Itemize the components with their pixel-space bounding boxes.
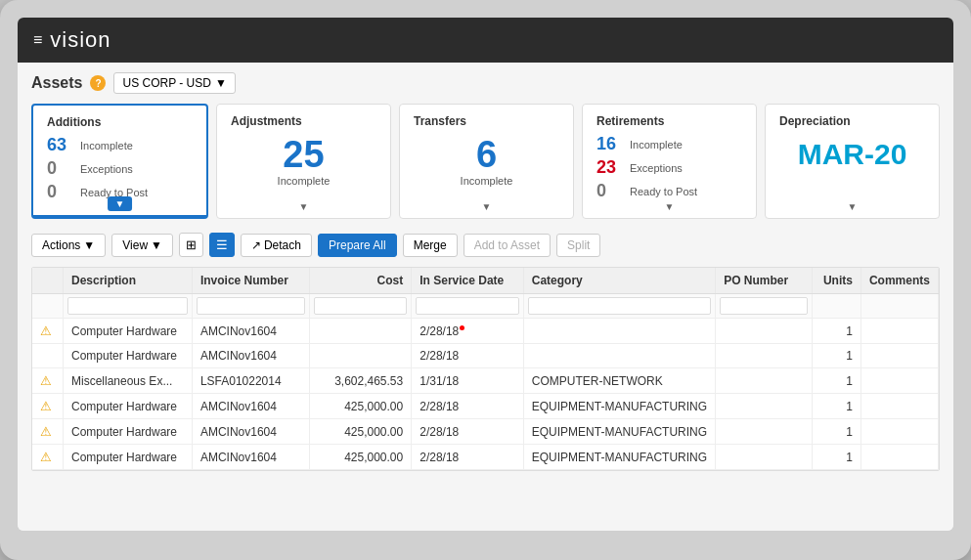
screen: ≡ vision Assets ? US CORP - USD ▼ Additi… <box>18 18 953 531</box>
info-icon[interactable]: ? <box>90 75 106 91</box>
transfers-label: Incomplete <box>414 175 559 187</box>
row-units: 1 <box>812 344 861 368</box>
card-retirements-row-1: 16 Incomplete <box>596 134 742 154</box>
merge-button[interactable]: Merge <box>403 234 458 257</box>
card-retirements-arrow[interactable]: ▼ <box>665 201 675 212</box>
main-content: Assets ? US CORP - USD ▼ Additions 63 In… <box>18 63 953 531</box>
detach-button[interactable]: ↗ Detach <box>241 234 312 257</box>
table-row[interactable]: ⚠Computer HardwareAMCINov1604425,000.002… <box>32 445 939 470</box>
row-invoice: AMCINov1604 <box>192 445 309 470</box>
prepare-all-button[interactable]: Prepare All <box>318 234 397 257</box>
row-comments <box>861 394 938 419</box>
card-retirements-row-3: 0 Ready to Post <box>596 181 742 201</box>
row-cost: 425,000.00 <box>309 394 411 419</box>
filter-category[interactable] <box>528 297 711 315</box>
table-row[interactable]: ⚠Miscellaneous Ex...LSFA010220143,602,46… <box>32 368 939 394</box>
card-transfers[interactable]: Transfers 6 Incomplete ▼ <box>399 104 574 219</box>
org-label: US CORP - USD <box>122 76 210 90</box>
row-units: 1 <box>812 394 861 419</box>
row-service-date: 2/28/18 <box>412 394 524 419</box>
row-invoice: AMCINov1604 <box>192 319 309 344</box>
split-button[interactable]: Split <box>556 234 600 257</box>
col-header-comments[interactable]: Comments <box>861 268 938 294</box>
card-depreciation[interactable]: Depreciation MAR-20 ▼ <box>765 104 940 219</box>
actions-button[interactable]: Actions ▼ <box>31 234 106 257</box>
row-warning-cell: ⚠ <box>32 368 64 394</box>
filter-invoice[interactable] <box>197 297 305 315</box>
topbar: ≡ vision <box>18 18 953 63</box>
row-warning-cell: ⚠ <box>32 319 64 344</box>
retirements-exceptions-num: 23 <box>596 157 624 178</box>
row-service-date: 2/28/18 <box>412 419 524 445</box>
col-header-invoice[interactable]: Invoice Number <box>192 268 309 294</box>
prepare-all-label: Prepare All <box>329 238 386 252</box>
col-header-cost[interactable]: Cost <box>309 268 411 294</box>
active-view-icon-button[interactable]: ☰ <box>209 233 235 257</box>
retirements-incomplete-num: 16 <box>596 134 624 154</box>
card-adjustments-arrow[interactable]: ▼ <box>299 201 309 212</box>
table-row[interactable]: ⚠Computer HardwareAMCINov1604425,000.002… <box>32 419 939 445</box>
card-transfers-arrow[interactable]: ▼ <box>482 201 492 212</box>
filter-po[interactable] <box>720 297 808 315</box>
card-retirements-title: Retirements <box>596 114 742 128</box>
warning-icon: ⚠ <box>40 450 52 464</box>
add-to-asset-button[interactable]: Add to Asset <box>463 234 551 257</box>
col-header-units[interactable]: Units <box>812 268 861 294</box>
row-category: EQUIPMENT-MANUFACTURING <box>523 394 715 419</box>
warning-icon: ⚠ <box>40 424 52 439</box>
card-adjustments[interactable]: Adjustments 25 Incomplete ▼ <box>216 104 391 219</box>
col-header-flag <box>32 268 64 294</box>
row-cost: 425,000.00 <box>309 445 411 470</box>
row-invoice: AMCINov1604 <box>192 344 309 368</box>
additions-exceptions-label: Exceptions <box>80 163 133 175</box>
additions-incomplete-label: Incomplete <box>80 140 133 151</box>
actions-arrow-icon: ▼ <box>83 238 95 252</box>
card-depreciation-arrow[interactable]: ▼ <box>848 201 858 212</box>
split-label: Split <box>567 238 590 252</box>
actions-label: Actions <box>42 238 80 252</box>
retirements-ready-label: Ready to Post <box>630 186 697 197</box>
filter-description[interactable] <box>67 297 188 315</box>
row-service-date: 2/28/18 <box>412 445 524 470</box>
col-header-description[interactable]: Description <box>64 268 193 294</box>
row-po <box>716 368 813 394</box>
col-header-category[interactable]: Category <box>523 268 715 294</box>
row-service-date: 1/31/18 <box>412 368 524 394</box>
filter-date[interactable] <box>416 297 519 315</box>
org-selector[interactable]: US CORP - USD ▼ <box>113 72 235 94</box>
row-service-date: 2/28/18 <box>412 344 524 368</box>
additions-ready-num: 0 <box>47 182 74 202</box>
org-arrow-icon: ▼ <box>215 76 227 90</box>
table-row[interactable]: ⚠Computer HardwareAMCINov1604425,000.002… <box>32 394 939 419</box>
row-po <box>716 419 813 445</box>
view-button[interactable]: View ▼ <box>111 234 173 257</box>
card-retirements[interactable]: Retirements 16 Incomplete 23 Exceptions … <box>582 104 757 219</box>
table-row[interactable]: Computer HardwareAMCINov16042/28/181 <box>32 344 939 368</box>
cards-row: Additions 63 Incomplete 0 Exceptions 0 R… <box>31 104 940 219</box>
row-category: EQUIPMENT-MANUFACTURING <box>523 419 715 445</box>
detach-icon: ↗ <box>251 238 261 252</box>
row-category: EQUIPMENT-MANUFACTURING <box>523 445 715 470</box>
hamburger-icon[interactable]: ≡ <box>33 31 42 49</box>
row-description: Computer Hardware <box>64 344 193 368</box>
row-category: COMPUTER-NETWORK <box>523 368 715 394</box>
row-comments <box>861 445 938 470</box>
col-header-service-date[interactable]: In Service Date <box>412 268 524 294</box>
row-units: 1 <box>812 445 861 470</box>
row-category <box>523 344 715 368</box>
card-additions-arrow[interactable]: ▼ <box>108 198 133 209</box>
card-additions[interactable]: Additions 63 Incomplete 0 Exceptions 0 R… <box>31 104 208 219</box>
card-retirements-row-2: 23 Exceptions <box>596 157 742 178</box>
row-invoice: AMCINov1604 <box>192 419 309 445</box>
warning-icon: ⚠ <box>40 399 52 413</box>
columns-icon-button[interactable]: ⊞ <box>179 233 203 257</box>
filter-cost[interactable] <box>314 297 407 315</box>
depreciation-date: MAR-20 <box>779 138 925 171</box>
table-row[interactable]: ⚠Computer HardwareAMCINov16042/28/181 <box>32 319 939 344</box>
row-po <box>716 344 813 368</box>
col-header-po[interactable]: PO Number <box>716 268 813 294</box>
card-adjustments-title: Adjustments <box>231 114 376 128</box>
retirements-exceptions-label: Exceptions <box>630 162 683 174</box>
row-description: Computer Hardware <box>64 394 193 419</box>
row-warning-cell: ⚠ <box>32 419 64 445</box>
